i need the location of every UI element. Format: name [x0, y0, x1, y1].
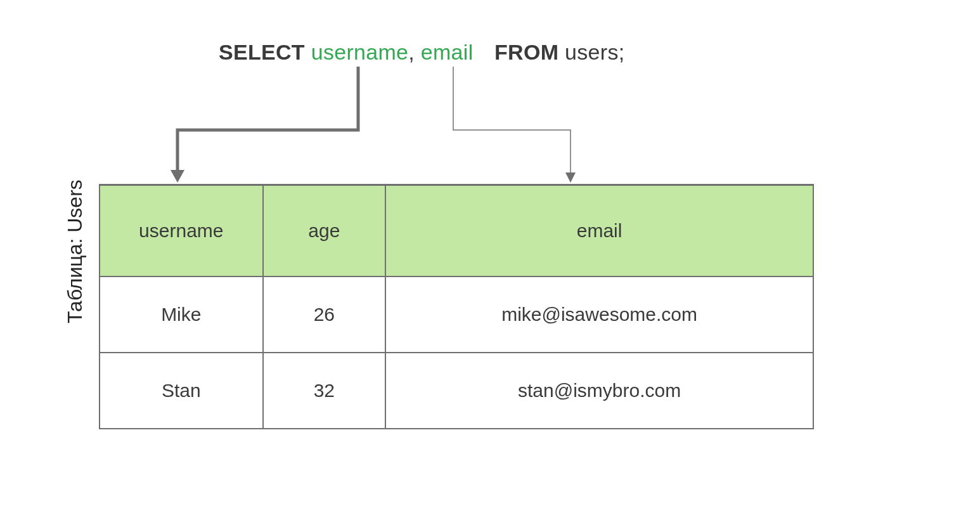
cell-age: 32 — [263, 353, 386, 429]
column-email: email — [421, 40, 474, 64]
keyword-from: FROM — [494, 40, 558, 64]
column-username: username — [311, 40, 409, 64]
sql-query: SELECT username, email FROM users; — [219, 39, 624, 65]
table-name: users; — [565, 40, 624, 64]
table-row: Mike 26 mike@isawesome.com — [100, 276, 813, 353]
header-username: username — [100, 185, 263, 277]
table-header-row: username age email — [100, 185, 813, 277]
table-row: Stan 32 stan@ismybro.com — [100, 353, 813, 429]
table-label: Таблица: Users — [63, 179, 87, 323]
keyword-select: SELECT — [219, 40, 305, 64]
cell-email: mike@isawesome.com — [385, 276, 813, 353]
header-email: email — [385, 185, 813, 277]
svg-marker-0 — [171, 170, 184, 183]
svg-marker-1 — [565, 172, 576, 183]
cell-age: 26 — [263, 276, 386, 353]
diagram-stage: SELECT username, email FROM users; Табли… — [0, 0, 980, 520]
header-age: age — [263, 185, 386, 277]
cell-username: Stan — [100, 353, 263, 429]
users-table: username age email Mike 26 mike@isawesom… — [99, 184, 814, 429]
comma: , — [408, 40, 415, 64]
cell-email: stan@ismybro.com — [385, 353, 813, 429]
arrow-username — [171, 67, 358, 183]
arrow-email — [453, 67, 576, 183]
cell-username: Mike — [100, 276, 263, 353]
